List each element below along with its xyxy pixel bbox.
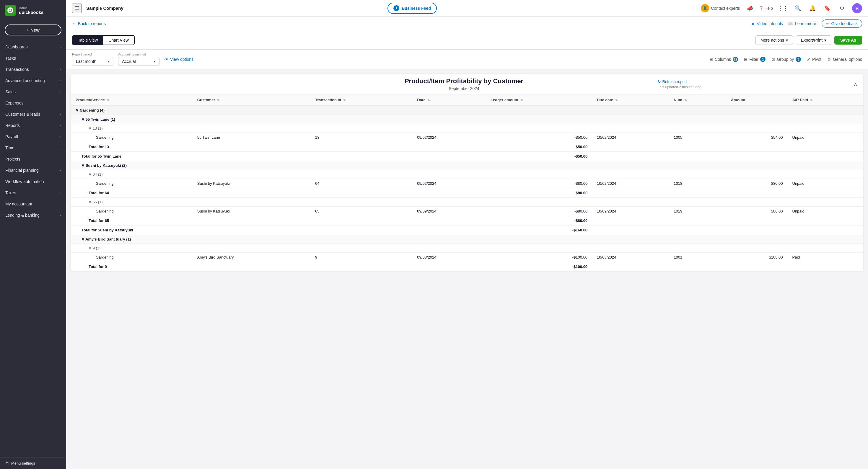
sidebar-item-financial-planning[interactable]: Financial planning ›	[0, 165, 66, 176]
col-customer[interactable]: Customer ⇅	[192, 95, 310, 105]
sidebar-item-sales[interactable]: Sales ›	[0, 86, 66, 97]
user-avatar[interactable]: R	[852, 3, 862, 13]
sub-header-right: ▶ Video tutorials 📖 Learn more ✏ Give fe…	[752, 20, 862, 28]
cell-due-date: 10/02/2024	[592, 179, 669, 188]
accounting-method-select[interactable]: Accrual ▾	[118, 57, 159, 66]
total-ledger: -$80.00	[486, 188, 592, 198]
sidebar-item-advanced-accounting[interactable]: Advanced accounting ›	[0, 75, 66, 86]
cell-ledger: -$80.00	[486, 179, 592, 188]
col-transaction-id[interactable]: Transaction id ⇅	[310, 95, 412, 105]
search-icon[interactable]: 🔍	[793, 4, 802, 13]
cell-date: 09/09/2024	[412, 207, 486, 216]
chevron-down-icon: ▾	[786, 38, 788, 42]
bell-icon[interactable]: 🔔	[808, 4, 817, 13]
table-view-button[interactable]: Table View	[73, 36, 103, 44]
sub-group-label[interactable]: ∨ Sushi by Katsuyuki (2)	[71, 161, 863, 170]
table-row: Total for 9 -$100.00	[71, 262, 863, 272]
settings-icon[interactable]: ⚙	[837, 4, 847, 13]
save-as-button[interactable]: Save As	[834, 36, 862, 44]
table-row[interactable]: Gardening Sushi by Katsuyuki 64 09/02/20…	[71, 179, 863, 188]
table-row[interactable]: Gardening 55 Twin Lane 13 09/02/2024 -$5…	[71, 133, 863, 142]
back-to-reports-link[interactable]: ← Back to reports	[72, 21, 106, 26]
cell-num: 1018	[669, 179, 726, 188]
sidebar-item-transactions[interactable]: Transactions ›	[0, 64, 66, 75]
cell-amount: $80.00	[726, 179, 788, 188]
sidebar-item-customers-leads[interactable]: Customers & leads ›	[0, 109, 66, 120]
sidebar-item-my-accountant[interactable]: My accountant	[0, 198, 66, 209]
transaction-group-label[interactable]: ∨ 13 (1)	[71, 124, 863, 133]
sub-header: ← Back to reports ▶ Video tutorials 📖 Le…	[66, 16, 868, 31]
sidebar-item-workflow-automation[interactable]: Workflow automation	[0, 176, 66, 187]
menu-settings-button[interactable]: ⚙ Menu settings	[0, 457, 66, 469]
sidebar-item-reports[interactable]: Reports ›	[0, 120, 66, 131]
report-subtitle: September 2024	[271, 86, 658, 91]
table-row: ∨ Sushi by Katsuyuki (2)	[71, 161, 863, 170]
new-button[interactable]: + New	[5, 25, 61, 35]
group-label[interactable]: ∨ Gardening (4)	[71, 105, 863, 115]
chevron-right-icon: ›	[60, 79, 61, 82]
sidebar-item-tasks[interactable]: Tasks	[0, 53, 66, 64]
more-actions-button[interactable]: More actions ▾	[755, 35, 793, 45]
bookmark-icon[interactable]: 🔖	[823, 4, 832, 13]
cell-customer: Amy's Bird Sanctuary	[192, 253, 310, 262]
toolbar-right: More actions ▾ Export/Print ▾ Save As	[755, 35, 862, 45]
table-row[interactable]: Gardening Amy's Bird Sanctuary 9 09/08/2…	[71, 253, 863, 262]
cell-date: 09/02/2024	[412, 133, 486, 142]
sidebar-item-projects[interactable]: Projects	[0, 154, 66, 165]
sidebar-item-dashboards[interactable]: Dashboards ›	[0, 41, 66, 53]
col-ledger-amount[interactable]: Ledger amount ⇅	[486, 95, 592, 105]
business-feed-button[interactable]: ✦ Business Feed	[388, 3, 437, 14]
sub-group-label[interactable]: ∨ Amy's Bird Sanctuary (1)	[71, 235, 863, 244]
sidebar-item-expenses[interactable]: Expenses	[0, 97, 66, 109]
col-num[interactable]: Num ⇅	[669, 95, 726, 105]
col-date[interactable]: Date ⇅	[412, 95, 486, 105]
columns-button[interactable]: ⊞ Columns 12	[709, 57, 738, 62]
sort-icon: ⇅	[107, 99, 109, 102]
contact-experts-link[interactable]: 👤 Contact experts	[701, 4, 740, 12]
col-amount[interactable]: Amount	[726, 95, 788, 105]
contact-experts-avatar: 👤	[701, 4, 709, 12]
pivot-button[interactable]: ⤢ Pivot	[807, 57, 822, 62]
sub-group-label[interactable]: ∨ 55 Twin Lane (1)	[71, 115, 863, 124]
hamburger-menu-button[interactable]: ☰	[72, 4, 82, 13]
table-row: Total for 65 -$80.00	[71, 216, 863, 226]
megaphone-icon[interactable]: 📣	[745, 4, 754, 13]
chevron-down-icon: ∨	[89, 200, 93, 204]
sidebar-item-taxes[interactable]: Taxes ›	[0, 187, 66, 198]
learn-more-link[interactable]: 📖 Learn more	[788, 21, 816, 26]
help-link[interactable]: ? Help	[760, 6, 773, 11]
business-feed-icon: ✦	[393, 5, 399, 11]
table-row: ∨ 55 Twin Lane (1)	[71, 115, 863, 124]
topnav-right: 👤 Contact experts 📣 ? Help ⋮⋮ 🔍 🔔 🔖 ⚙ R	[701, 3, 862, 13]
sidebar-item-payroll[interactable]: Payroll ›	[0, 131, 66, 142]
transaction-group-label[interactable]: ∨ 9 (1)	[71, 244, 863, 253]
chart-view-button[interactable]: Chart View	[103, 36, 134, 44]
transaction-group-label[interactable]: ∨ 64 (1)	[71, 170, 863, 179]
col-product-service[interactable]: Product/Service ⇅	[71, 95, 192, 105]
sidebar-item-time[interactable]: Time ›	[0, 142, 66, 154]
col-ar-paid[interactable]: A/R Paid ⇅	[788, 95, 864, 105]
give-feedback-link[interactable]: ✏ Give feedback	[822, 20, 862, 28]
group-by-button[interactable]: ⊠ Group by 3	[771, 57, 801, 62]
cell-customer: Sushi by Katsuyuki	[192, 207, 310, 216]
sidebar-item-lending-banking[interactable]: Lending & banking ›	[0, 209, 66, 221]
company-name: Sample Company	[86, 6, 123, 11]
col-due-date[interactable]: Due date ⇅	[592, 95, 669, 105]
general-options-button[interactable]: ⚙ General options	[827, 57, 862, 62]
report-period-select[interactable]: Last month ▾	[72, 57, 114, 66]
cell-product: Gardening	[71, 133, 192, 142]
chevron-right-icon: ›	[60, 146, 61, 149]
table-row[interactable]: Gardening Sushi by Katsuyuki 65 09/09/20…	[71, 207, 863, 216]
chevron-right-icon: ›	[60, 45, 61, 49]
video-tutorials-link[interactable]: ▶ Video tutorials	[752, 21, 783, 26]
total-label: Total for 65	[71, 216, 486, 226]
view-options-button[interactable]: 👁 View options	[164, 55, 193, 63]
filter-icon: ⊟	[744, 57, 747, 62]
transaction-group-label[interactable]: ∨ 65 (1)	[71, 198, 863, 207]
export-print-button[interactable]: Export/Print ▾	[796, 35, 831, 45]
filter-button[interactable]: ⊟ Filter 1	[744, 57, 766, 62]
chevron-down-icon: ∨	[82, 117, 86, 122]
collapse-button[interactable]: ∧	[854, 81, 857, 87]
refresh-report-button[interactable]: ↻ Refresh report	[658, 79, 687, 84]
apps-icon[interactable]: ⋮⋮	[778, 4, 788, 13]
